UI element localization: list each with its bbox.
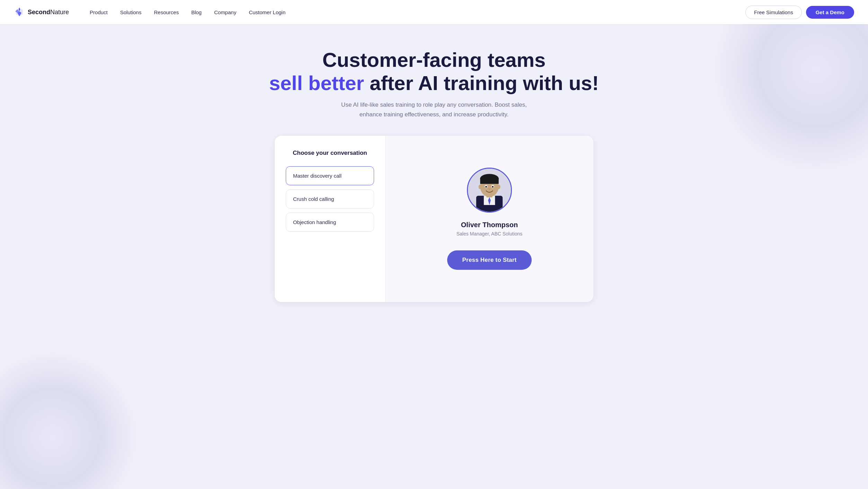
hero-section: Customer-facing teams sell better after … xyxy=(0,24,868,316)
get-demo-button[interactable]: Get a Demo xyxy=(806,6,854,19)
start-button[interactable]: Press Here to Start xyxy=(447,250,532,270)
free-simulations-button[interactable]: Free Simulations xyxy=(745,6,802,19)
svg-rect-7 xyxy=(480,178,498,184)
nav-customer-login[interactable]: Customer Login xyxy=(249,9,285,15)
conv-item-discovery[interactable]: Master discovery call xyxy=(286,166,374,185)
choose-conversation-label: Choose your conversation xyxy=(286,150,374,157)
conversation-list: Master discovery call Crush cold calling… xyxy=(286,166,374,232)
card-right-panel: Oliver Thompson Sales Manager, ABC Solut… xyxy=(386,136,593,302)
nav-company[interactable]: Company xyxy=(214,9,236,15)
logo-normal: Nature xyxy=(50,9,69,16)
svg-point-12 xyxy=(479,185,482,189)
card-left-panel: Choose your conversation Master discover… xyxy=(275,136,386,302)
hero-title-line1: Customer-facing teams xyxy=(322,48,546,71)
navbar: SecondNature Product Solutions Resources… xyxy=(0,0,868,24)
conversation-card: Choose your conversation Master discover… xyxy=(275,136,593,302)
nav-resources[interactable]: Resources xyxy=(154,9,179,15)
nav-actions: Free Simulations Get a Demo xyxy=(745,6,854,19)
hero-title: Customer-facing teams sell better after … xyxy=(7,48,861,95)
logo-icon xyxy=(14,7,25,18)
nav-blog[interactable]: Blog xyxy=(191,9,202,15)
conv-item-cold-calling[interactable]: Crush cold calling xyxy=(286,189,374,208)
nav-product[interactable]: Product xyxy=(90,9,108,15)
nav-links: Product Solutions Resources Blog Company… xyxy=(90,9,745,15)
hero-title-highlight: sell better xyxy=(269,72,364,94)
logo-link[interactable]: SecondNature xyxy=(14,7,69,18)
agent-name: Oliver Thompson xyxy=(461,221,518,229)
conv-item-objection[interactable]: Objection handling xyxy=(286,213,374,232)
nav-solutions[interactable]: Solutions xyxy=(120,9,142,15)
agent-avatar xyxy=(467,168,512,213)
agent-title: Sales Manager, ABC Solutions xyxy=(457,231,523,237)
hero-title-line2: after AI training with us! xyxy=(370,72,599,94)
svg-point-11 xyxy=(492,186,494,188)
agent-avatar-image xyxy=(468,169,511,212)
hero-subtitle: Use AI life-like sales training to role … xyxy=(330,100,538,119)
svg-point-13 xyxy=(497,185,501,189)
svg-point-10 xyxy=(485,186,487,188)
logo-bold: Second xyxy=(28,9,50,16)
